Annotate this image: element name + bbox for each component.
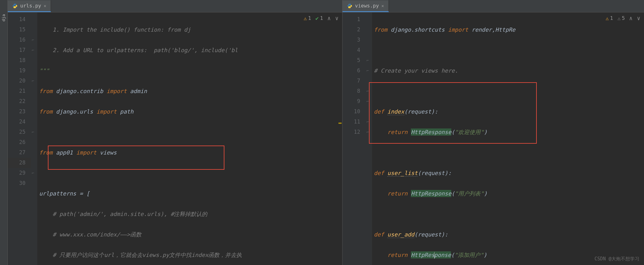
close-icon[interactable]: × [44,3,46,8]
editor-right[interactable]: ⚠1 ⚠5 ∧ ∨ 123456789101112 ⌐ ⌐ ⌐ ⌐ ⌐ ⌐ fr… [343,12,644,265]
fold-end-icon[interactable]: ⌐ [32,168,34,178]
warning-triangle-icon: ⚠ [606,15,609,21]
fold-column-right[interactable]: ⌐ ⌐ ⌐ ⌐ ⌐ ⌐ [366,12,372,265]
inspections-bar-right[interactable]: ⚠1 ⚠5 ∧ ∨ [606,15,640,21]
tool-window-bar[interactable]: dja [0,0,8,265]
tab-bar-right: views.py × [343,0,644,12]
checkmark-indicator[interactable]: ✔1 [315,15,323,21]
svg-point-3 [350,7,351,7]
editor-pane-left: urls.py × ⚠1 ✔1 ∧ ∨ 14151617181920212223… [8,0,343,265]
sidebar-label: dja [1,14,6,21]
close-icon[interactable]: × [381,3,384,8]
fold-column-left[interactable]: ⌐ ⌐ ⌐ ⌐ ⌐ [31,12,37,265]
code-content-right[interactable]: from django.shortcuts import render,Http… [372,12,644,265]
warning-triangle-icon: ⚠ [304,15,307,21]
nav-up-icon[interactable]: ∧ [327,15,331,21]
fold-start-icon[interactable]: ⌐ [32,45,34,55]
tab-views-py[interactable]: views.py × [343,0,389,12]
tab-filename: urls.py [20,3,41,9]
warning-indicator[interactable]: ⚠1 [606,15,613,21]
python-file-icon [12,3,18,9]
fold-end-icon[interactable]: ⌐ [366,65,369,76]
svg-point-2 [349,4,349,4]
nav-down-icon[interactable]: ∨ [637,15,640,21]
split-editor: urls.py × ⚠1 ✔1 ∧ ∨ 14151617181920212223… [8,0,644,265]
weak-warning-indicator[interactable]: ⚠5 [617,15,625,21]
tab-filename: views.py [355,3,379,9]
tab-urls-py[interactable]: urls.py × [8,0,51,12]
editor-left[interactable]: ⚠1 ✔1 ∧ ∨ 141516171819202122232425262728… [8,12,342,265]
svg-point-1 [16,7,16,7]
scroll-marker[interactable] [338,123,342,124]
fold-end-icon[interactable]: ⌐ [366,127,369,137]
line-gutter-right[interactable]: 123456789101112 [343,12,366,265]
tab-bar-left: urls.py × [8,0,342,12]
check-icon: ✔ [315,15,319,21]
fold-start-icon[interactable]: ⌐ [32,127,34,137]
nav-up-icon[interactable]: ∧ [629,15,632,21]
svg-point-0 [14,4,14,4]
line-gutter-left[interactable]: 1415161718192021222324252627282930 [8,12,31,265]
watermark: CSDN @大炮不想学习 [595,256,639,262]
nav-down-icon[interactable]: ∨ [335,15,338,21]
fold-start-icon[interactable]: ⌐ [366,117,369,127]
python-file-icon [347,3,352,9]
editor-pane-right: views.py × ⚠1 ⚠5 ∧ ∨ 123456789101112 ⌐ ⌐… [343,0,644,265]
fold-start-icon[interactable]: ⌐ [32,76,34,86]
inspections-bar-left[interactable]: ⚠1 ✔1 ∧ ∨ [304,15,338,21]
fold-end-icon[interactable]: ⌐ [32,35,34,45]
fold-start-icon[interactable]: ⌐ [366,86,369,96]
code-content-left[interactable]: 1. Import the include() function: from d… [37,12,342,265]
warning-indicator[interactable]: ⚠1 [304,15,311,21]
fold-end-icon[interactable]: ⌐ [366,96,369,106]
warning-triangle-gray-icon: ⚠ [617,15,620,21]
fold-start-icon[interactable]: ⌐ [366,55,369,65]
